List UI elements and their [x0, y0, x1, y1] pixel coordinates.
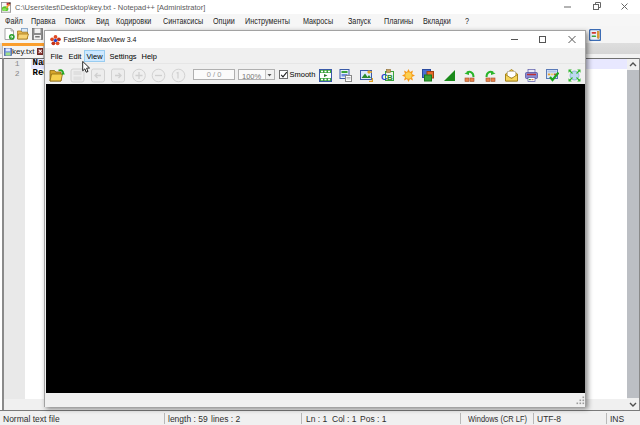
- svg-text:B: B: [387, 73, 393, 82]
